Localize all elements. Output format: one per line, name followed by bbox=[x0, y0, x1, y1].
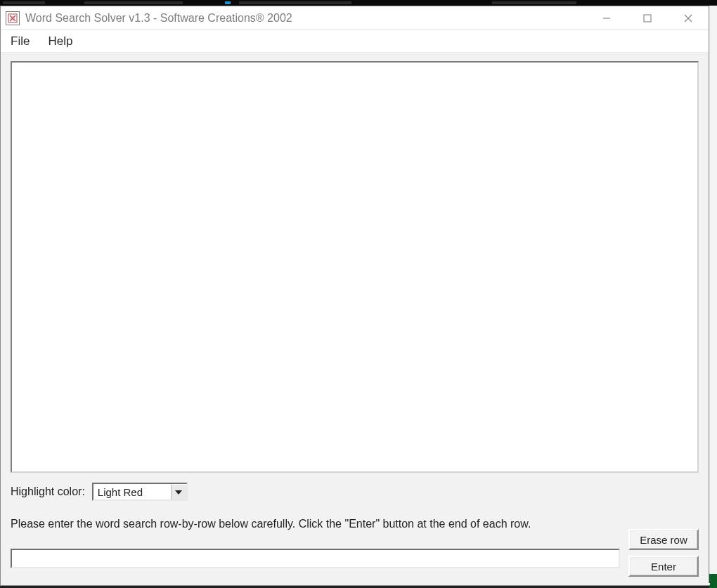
svg-rect-1 bbox=[11, 16, 15, 20]
menu-help[interactable]: Help bbox=[45, 32, 75, 51]
row-entry-input[interactable] bbox=[11, 549, 620, 568]
chevron-down-icon[interactable] bbox=[171, 484, 186, 499]
highlight-row: Highlight color: Light Red bbox=[11, 483, 699, 501]
window-title: Word Search Solver v1.3 - Software Creat… bbox=[25, 12, 586, 25]
app-icon bbox=[6, 11, 20, 25]
entry-row: Erase row Enter bbox=[11, 535, 699, 577]
background-sliver bbox=[709, 6, 717, 588]
desktop-top-strip bbox=[0, 0, 717, 6]
menubar: File Help bbox=[1, 30, 709, 53]
grid-panel bbox=[11, 61, 699, 473]
maximize-button[interactable] bbox=[627, 6, 668, 30]
erase-row-button[interactable]: Erase row bbox=[628, 529, 699, 550]
svg-rect-3 bbox=[644, 15, 651, 22]
enter-button[interactable]: Enter bbox=[628, 556, 699, 577]
client-area: Highlight color: Light Red Please enter … bbox=[1, 53, 709, 585]
instruction-text: Please enter the word search row-by-row … bbox=[11, 518, 699, 530]
app-window: Word Search Solver v1.3 - Software Creat… bbox=[0, 6, 709, 586]
minimize-button[interactable] bbox=[586, 6, 627, 30]
highlight-color-label: Highlight color: bbox=[11, 485, 85, 498]
highlight-color-combobox[interactable]: Light Red bbox=[92, 483, 188, 501]
menu-file[interactable]: File bbox=[8, 32, 32, 51]
window-bottom-edge bbox=[1, 583, 710, 585]
highlight-color-value: Light Red bbox=[98, 486, 143, 498]
close-button[interactable] bbox=[668, 6, 709, 30]
window-controls bbox=[586, 6, 709, 30]
titlebar[interactable]: Word Search Solver v1.3 - Software Creat… bbox=[1, 6, 709, 30]
